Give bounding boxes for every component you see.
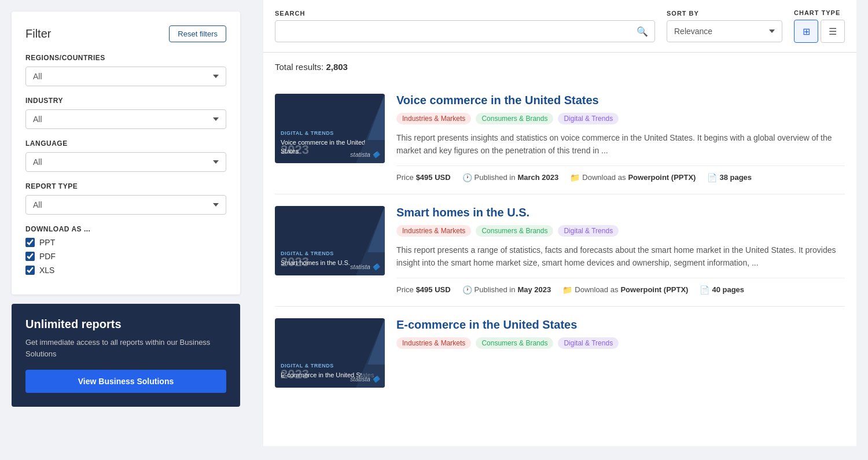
svg-marker-3 [367,206,385,252]
download-format-2: Powerpoint (PPTX) [620,285,688,294]
filter-title: Filter [25,27,51,41]
report-tags-1: Industries & Markets Consumers & Brands … [396,113,845,124]
report-desc-1: This report presents insights and statis… [396,131,845,157]
language-select[interactable]: All [25,152,226,172]
report-desc-2: This report presents a range of statisti… [396,244,845,270]
download-format-1: Powerpoint (PPTX) [628,173,696,182]
grid-view-button[interactable]: ⊞ [794,20,818,43]
meta-download-1: 📁 Download as Powerpoint (PPTX) [570,173,696,182]
svg-marker-5 [367,318,385,365]
report-type-select[interactable]: All [25,195,226,215]
meta-published-2: 🕐 Published in May 2023 [462,285,551,295]
tag-digital-trends-3[interactable]: Digital & Trends [558,337,619,349]
chart-type-buttons: ⊞ ☰ [794,20,845,43]
results-area: Total results: 2,803 DIGITAL & TRENDS Vo… [263,53,856,446]
meta-pages-2: 📄 40 pages [700,285,744,295]
sort-group: SORT BY Relevance [667,10,782,42]
report-tags-2: Industries & Markets Consumers & Brands … [396,225,845,237]
download-pdf-item: PDF [25,252,226,261]
tag-consumers-brands-1[interactable]: Consumers & Brands [476,113,553,124]
report-title-1[interactable]: Voice commerce in the United States [396,94,845,107]
tag-digital-trends-1[interactable]: Digital & Trends [558,113,619,124]
filter-card: Filter Reset filters REGIONS/COUNTRIES A… [12,12,240,295]
report-thumbnail: DIGITAL & TRENDS Smart homes in the U.S.… [275,206,385,275]
grid-icon: ⊞ [803,26,810,37]
promo-title: Unlimited reports [25,318,226,331]
download-pdf-checkbox[interactable] [25,252,35,261]
report-content-2: Smart homes in the U.S. Industries & Mar… [396,206,845,295]
total-results: Total results: 2,803 [275,62,845,72]
download-icon-2: 📁 [562,285,572,295]
total-count: 2,803 [326,62,348,72]
tag-digital-trends-2[interactable]: Digital & Trends [558,225,619,237]
report-title-3[interactable]: E-commerce in the United States [396,318,845,332]
published-date-1: March 2023 [517,173,558,182]
clock-icon-2: 🕐 [462,285,472,295]
industry-select[interactable]: All [25,109,226,129]
report-thumbnail: DIGITAL & TRENDS Voice commerce in the U… [275,94,385,163]
industry-filter: INDUSTRY All [25,97,226,129]
report-meta-2: Price $495 USD 🕐 Published in May 2023 📁… [396,278,845,295]
thumb-logo-1: statista 🔷 [350,151,380,159]
thumb-year-1: 2023 [281,142,309,157]
thumb-logo-2: statista 🔷 [350,263,380,271]
industry-label: INDUSTRY [25,97,226,105]
promo-card: Unlimited reports Get immediate access t… [12,304,240,407]
report-item: DIGITAL & TRENDS Voice commerce in the U… [275,82,845,194]
language-label: LANGUAGE [25,139,226,148]
main-content: SEARCH 🔍 SORT BY Relevance CHART TYPE [252,0,868,460]
search-button[interactable]: 🔍 [630,20,655,42]
report-type-label: REPORT TYPE [25,182,226,190]
report-type-filter: REPORT TYPE All [25,182,226,215]
download-ppt-label: PPT [39,238,55,247]
search-bar: SEARCH 🔍 SORT BY Relevance CHART TYPE [263,0,856,53]
price-label-2: Price [396,285,414,294]
chart-type-group: CHART TYPE ⊞ ☰ [794,9,845,43]
download-xls-checkbox[interactable] [25,266,35,275]
search-label: SEARCH [275,10,655,17]
report-meta-1: Price $495 USD 🕐 Published in March 2023… [396,165,845,182]
download-xls-item: XLS [25,266,226,275]
search-group: SEARCH 🔍 [275,10,655,42]
download-ppt-item: PPT [25,238,226,247]
meta-price-1: Price $495 USD [396,173,451,182]
report-content-1: Voice commerce in the United States Indu… [396,94,845,182]
search-input-wrap: 🔍 [275,20,655,42]
meta-published-1: 🕐 Published in March 2023 [462,173,559,182]
language-filter: LANGUAGE All [25,139,226,172]
report-item: DIGITAL & TRENDS E-commerce in the Unite… [275,307,845,399]
regions-label: REGIONS/COUNTRIES [25,54,226,62]
promo-desc: Get immediate access to all reports with… [25,337,226,359]
price-label-1: Price [396,173,414,182]
meta-download-2: 📁 Download as Powerpoint (PPTX) [562,285,688,295]
pages-value-1: 38 pages [719,173,752,182]
published-label-2: Published in [475,285,516,294]
sidebar: Filter Reset filters REGIONS/COUNTRIES A… [0,0,252,460]
report-title-2[interactable]: Smart homes in the U.S. [396,206,845,219]
tag-consumers-brands-2[interactable]: Consumers & Brands [476,225,553,237]
published-label-1: Published in [475,173,516,182]
pages-icon-1: 📄 [707,173,717,182]
meta-price-2: Price $495 USD [396,285,451,294]
search-input[interactable] [275,20,655,42]
reset-filters-button[interactable]: Reset filters [169,25,226,42]
report-content-3: E-commerce in the United States Industri… [396,318,845,388]
tag-industries-markets-3[interactable]: Industries & Markets [396,337,471,349]
thumb-year-2: 2023 [281,255,309,270]
chart-type-label: CHART TYPE [794,9,845,16]
pages-value-2: 40 pages [712,285,744,294]
price-value-1: $495 USD [416,173,451,182]
search-icon: 🔍 [637,27,648,36]
sort-select[interactable]: Relevance [667,20,782,42]
regions-select[interactable]: All [25,67,226,86]
tag-industries-markets-1[interactable]: Industries & Markets [396,113,471,124]
download-ppt-checkbox[interactable] [25,238,35,247]
thumb-year-3: 2023 [281,367,309,382]
svg-marker-1 [367,94,385,140]
tag-industries-markets-2[interactable]: Industries & Markets [396,225,471,237]
download-pdf-label: PDF [39,252,56,261]
download-filter: DOWNLOAD AS ... PPT PDF XLS [25,225,226,275]
promo-button[interactable]: View Business Solutions [25,370,226,393]
tag-consumers-brands-3[interactable]: Consumers & Brands [476,337,553,349]
list-view-button[interactable]: ☰ [821,20,845,43]
